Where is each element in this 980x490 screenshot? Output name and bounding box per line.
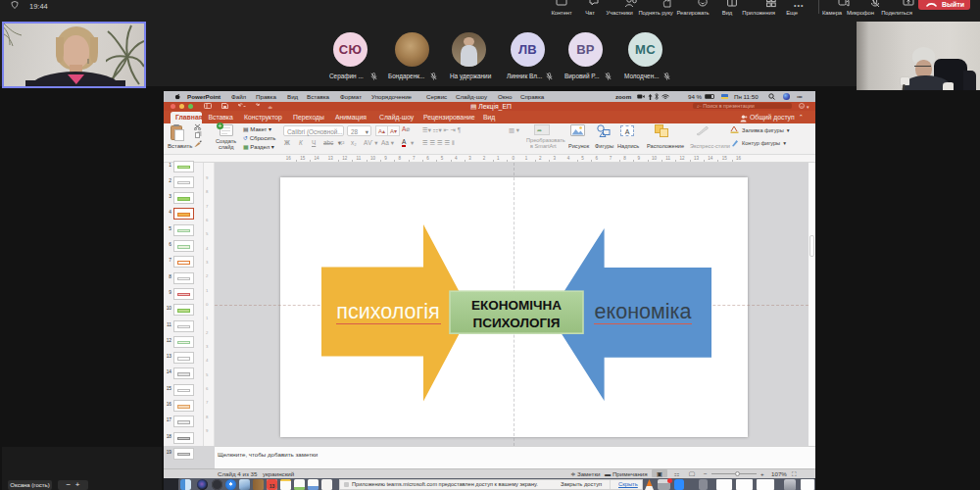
svg-text:психологія: психологія [336, 300, 439, 323]
svg-text:ЕКОНОМІЧНА: ЕКОНОМІЧНА [471, 298, 562, 313]
svg-text:ПСИХОЛОГІЯ: ПСИХОЛОГІЯ [472, 316, 560, 330]
svg-text:економіка: економіка [595, 300, 692, 323]
